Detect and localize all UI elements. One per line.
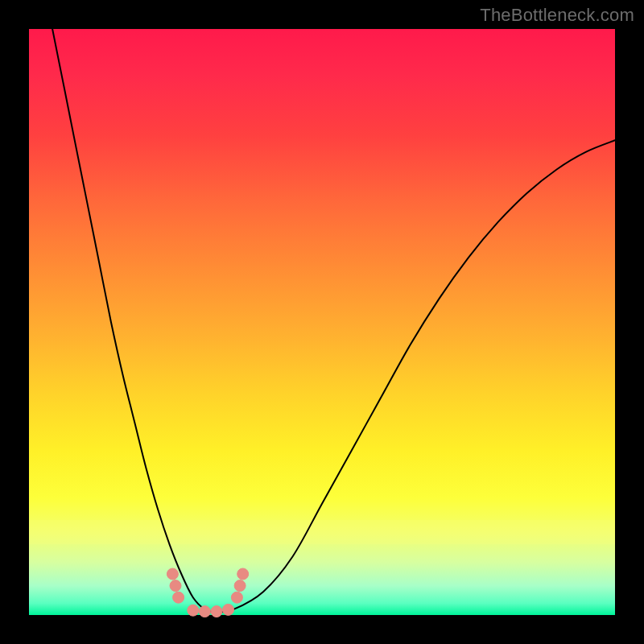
curve-markers	[167, 568, 248, 617]
curve-marker	[234, 580, 246, 592]
curve-marker	[223, 604, 234, 615]
plot-area	[29, 29, 615, 615]
bottleneck-curve-svg	[29, 29, 615, 615]
curve-marker	[173, 592, 184, 603]
watermark-text: TheBottleneck.com	[480, 5, 634, 26]
chart-frame: TheBottleneck.com	[0, 0, 644, 644]
curve-marker	[188, 605, 199, 616]
curve-marker	[211, 606, 222, 617]
curve-marker	[199, 606, 210, 617]
curve-marker	[170, 580, 181, 592]
curve-marker	[237, 568, 249, 580]
highlight-band	[29, 520, 615, 544]
curve-marker	[167, 568, 178, 580]
curve-marker	[231, 592, 242, 603]
